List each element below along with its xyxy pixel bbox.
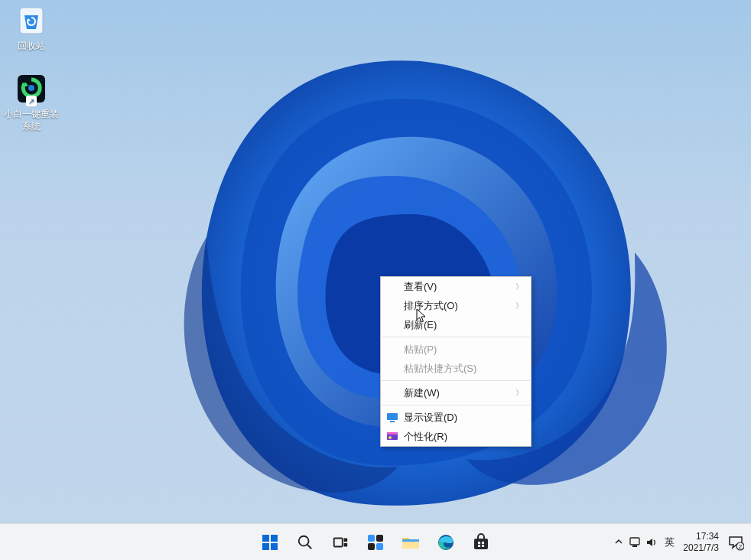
context-menu-personalize[interactable]: 个性化(R) <box>381 427 531 446</box>
svg-rect-10 <box>262 543 269 550</box>
desktop-icon-xiaobai-reinstall[interactable]: ↗ 小白一键重装系统 <box>1 73 62 132</box>
start-icon <box>261 533 279 552</box>
svg-point-7 <box>389 436 392 439</box>
svg-rect-3 <box>387 413 398 420</box>
desktop-area[interactable]: 回收站 ↗ 小白一键重装系统 <box>0 0 751 560</box>
chevron-up-icon <box>615 538 623 545</box>
menu-item-label: 新建(W) <box>404 386 440 400</box>
volume-icon <box>645 536 658 549</box>
svg-rect-16 <box>344 542 348 546</box>
desktop-context-menu: 查看(V) 〉 排序方式(O) 〉 刷新(E) 粘贴(P) 粘贴快捷方式(S) … <box>380 276 532 447</box>
menu-separator <box>382 380 530 381</box>
svg-point-12 <box>299 536 309 545</box>
file-explorer-button[interactable] <box>394 526 428 559</box>
svg-rect-14 <box>334 538 343 546</box>
svg-rect-27 <box>478 545 480 547</box>
svg-rect-9 <box>271 535 278 542</box>
svg-rect-17 <box>368 535 375 542</box>
svg-rect-28 <box>482 545 484 547</box>
shortcut-overlay-icon: ↗ <box>26 96 37 106</box>
svg-rect-11 <box>271 543 278 550</box>
context-menu-paste: 粘贴(P) <box>381 340 531 359</box>
display-icon <box>385 411 398 424</box>
clock-date: 2021/7/3 <box>683 542 719 554</box>
svg-text:2: 2 <box>739 543 743 550</box>
chevron-right-icon: 〉 <box>515 388 523 399</box>
desktop-icon-label: 回收站 <box>1 40 62 52</box>
context-menu-new[interactable]: 新建(W) 〉 <box>381 383 531 402</box>
tray-overflow-button[interactable] <box>611 537 626 548</box>
svg-rect-15 <box>344 538 348 542</box>
task-view-button[interactable] <box>323 526 357 559</box>
svg-rect-21 <box>402 542 419 549</box>
file-explorer-icon <box>401 533 421 552</box>
svg-rect-24 <box>474 539 488 549</box>
desktop-icon-recycle-bin[interactable]: 回收站 <box>1 5 62 52</box>
recycle-bin-icon <box>15 5 47 37</box>
svg-rect-22 <box>402 539 419 542</box>
menu-item-label: 显示设置(D) <box>404 411 457 425</box>
context-menu-display-settings[interactable]: 显示设置(D) <box>381 408 531 427</box>
svg-rect-18 <box>376 535 383 542</box>
ime-label: 英 <box>665 536 675 548</box>
chevron-right-icon: 〉 <box>515 282 523 292</box>
svg-rect-6 <box>387 432 398 435</box>
menu-item-label: 粘贴(P) <box>404 343 437 357</box>
task-view-icon <box>332 534 349 551</box>
tray-clock-button[interactable]: 17:34 2021/7/3 <box>683 531 719 554</box>
edge-button[interactable] <box>429 526 463 559</box>
tray-notifications-button[interactable]: 2 <box>725 527 746 558</box>
svg-rect-4 <box>390 421 395 422</box>
svg-rect-25 <box>478 542 480 544</box>
desktop-icon-label: 小白一键重装系统 <box>1 108 62 132</box>
chevron-right-icon: 〉 <box>515 301 523 311</box>
menu-separator <box>382 337 530 337</box>
personalize-icon <box>385 430 398 443</box>
tray-ime-button[interactable]: 英 <box>660 536 678 549</box>
menu-item-label: 查看(V) <box>404 280 437 294</box>
context-menu-refresh[interactable]: 刷新(E) <box>381 315 531 334</box>
svg-rect-20 <box>376 543 383 550</box>
svg-rect-30 <box>632 545 637 547</box>
system-tray: 英 17:34 2021/7/3 2 <box>611 524 746 560</box>
menu-separator <box>382 405 530 405</box>
svg-rect-26 <box>482 542 484 544</box>
taskbar-pinned-area <box>253 524 498 560</box>
context-menu-sort[interactable]: 排序方式(O) 〉 <box>381 296 531 315</box>
search-icon <box>297 534 314 551</box>
notification-icon: 2 <box>727 534 744 551</box>
search-button[interactable] <box>288 526 322 559</box>
store-icon <box>472 533 490 552</box>
svg-rect-29 <box>630 538 639 545</box>
svg-point-2 <box>28 85 34 91</box>
network-icon <box>629 536 641 549</box>
context-menu-view[interactable]: 查看(V) 〉 <box>381 277 531 296</box>
context-menu-paste-shortcut: 粘贴快捷方式(S) <box>381 359 531 378</box>
menu-item-label: 排序方式(O) <box>404 299 458 313</box>
tray-volume-button[interactable] <box>643 527 660 558</box>
widgets-icon <box>366 533 385 552</box>
svg-rect-19 <box>368 543 375 550</box>
svg-rect-8 <box>262 535 269 542</box>
store-button[interactable] <box>464 526 498 559</box>
clock-time: 17:34 <box>683 531 719 542</box>
xiaobai-icon: ↗ <box>15 73 47 105</box>
tray-network-button[interactable] <box>626 527 643 558</box>
menu-item-label: 粘贴快捷方式(S) <box>404 362 476 376</box>
menu-item-label: 个性化(R) <box>404 430 447 444</box>
svg-line-13 <box>307 544 312 549</box>
start-button[interactable] <box>253 526 287 559</box>
widgets-button[interactable] <box>359 526 392 559</box>
taskbar: 英 17:34 2021/7/3 2 <box>0 523 751 560</box>
edge-icon <box>437 533 455 552</box>
mouse-cursor-icon <box>415 308 428 324</box>
